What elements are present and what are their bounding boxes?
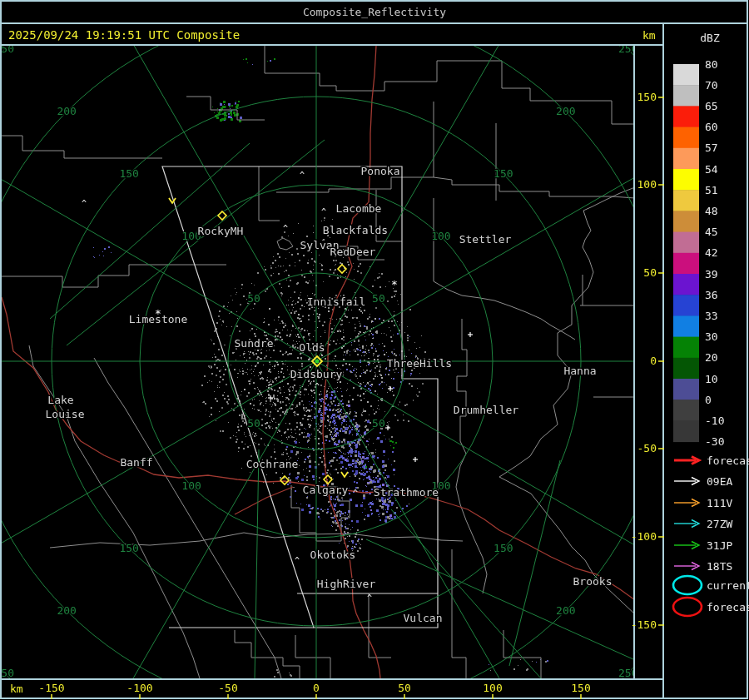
colorbar-label-51: 51 — [705, 184, 718, 196]
city-label-sundre: Sundre — [235, 337, 274, 350]
timestamp-label: 2025/09/24 19:19:51 UTC Composite — [8, 28, 240, 42]
storm-cell-diamond-2 — [280, 476, 289, 484]
ring-label-150-3: 150 — [494, 542, 513, 554]
radar-site-center-dot — [315, 360, 319, 363]
peak-caret-marker-3: ^ — [283, 224, 288, 233]
map-area: 5050505010010010010015015015015020020020… — [0, 0, 749, 700]
boundary-line-18 — [452, 549, 466, 678]
city-label-ponoka: Ponoka — [361, 165, 400, 177]
peak-caret-marker-6: ^ — [295, 556, 300, 565]
city-label-cochrane: Cochrane — [246, 458, 299, 470]
colorbar-label-20: 20 — [705, 351, 718, 364]
ring-label-50-2: 50 — [247, 417, 260, 429]
bottom-axis-unit-label: km — [10, 683, 23, 695]
colorbar-label--30: -30 — [705, 435, 724, 448]
peak-caret-marker-4: ^ — [315, 382, 320, 391]
storm-track-line-3 — [366, 539, 635, 660]
legend-label-current-6: current — [707, 579, 749, 592]
storm-track-line-4 — [255, 449, 259, 678]
city-label-brooks: Brooks — [573, 575, 613, 588]
colorbar-title: dBZ — [700, 32, 720, 44]
bottom-axis-label-100: 100 — [483, 682, 502, 694]
colorbar-label-70: 70 — [705, 79, 718, 92]
bottom-axis-label-50: 50 — [398, 682, 411, 694]
right-axis-label-150: 150 — [637, 91, 657, 103]
city-label-drumheller: Drumheller — [454, 404, 518, 416]
boundary-line-11 — [94, 358, 281, 678]
boundary-line-8 — [434, 198, 575, 340]
boundary-line-0 — [265, 46, 635, 124]
highway-line-2 — [235, 487, 293, 514]
colorbar-swatch-10 — [673, 379, 699, 400]
ring-label-200-0: 200 — [57, 105, 76, 117]
colorbar-swatch-54 — [673, 169, 699, 191]
city-label-stettler: Stettler — [459, 233, 512, 246]
city-label-highriver: HighRiver — [317, 578, 376, 590]
storm-cell-diamond-0 — [218, 211, 226, 220]
colorbar-swatch--10 — [673, 420, 699, 442]
boundary-line-20 — [369, 593, 391, 658]
colorbar-swatch-45 — [673, 232, 699, 254]
city-label-strathmore: Strathmore — [374, 486, 439, 499]
city-label-lacombe: Lacombe — [336, 202, 382, 215]
bottom-axis-label--150: -150 — [38, 682, 64, 694]
colorbar-label-48: 48 — [705, 205, 718, 217]
legend-label-27zw-3: 27ZW — [707, 518, 732, 530]
bottom-axis-label--50: -50 — [218, 682, 237, 694]
right-axis-label--100: -100 — [631, 530, 657, 543]
colorbar-label-65: 65 — [705, 100, 718, 112]
colorbar-label-33: 33 — [705, 310, 718, 322]
storm-cell-legend: forecast09EA111V27ZW31JP18TScurrentforec… — [673, 454, 749, 617]
city-labels: PonokaLacombeBlackfaldsSylvanRedDeerStet… — [46, 165, 613, 624]
ring-label-100-2: 100 — [181, 479, 201, 492]
city-label-reddeer: RedDeer — [330, 246, 376, 258]
azimuth-ray-120deg — [92, 0, 316, 361]
colorbar-swatch-33 — [673, 315, 699, 337]
boundary-line-14 — [456, 319, 487, 593]
city-label-vulcan: Vulcan — [404, 612, 443, 624]
storm-cell-diamond-3 — [324, 475, 332, 484]
right-axis-label-100: 100 — [637, 178, 657, 191]
ring-label-200-2: 200 — [57, 604, 76, 617]
ring-label-150-0: 150 — [119, 167, 138, 180]
azimuth-ray-240deg — [92, 361, 316, 700]
peak-caret-marker-5: ^ — [305, 409, 310, 418]
colorbar-swatch-57 — [673, 148, 699, 170]
colorbar-label-36: 36 — [705, 289, 718, 301]
right-axis-unit-label: km — [642, 29, 656, 42]
range-ring-250km — [0, 0, 749, 700]
city-label-okotoks: Okotoks — [310, 549, 356, 561]
city-label-olds: Olds — [299, 341, 325, 354]
city-label-threehills: ThreeHills — [387, 357, 452, 370]
colorbar-swatch-30 — [673, 337, 699, 359]
colorbar-swatch-0 — [673, 400, 699, 421]
colorbar-label-45: 45 — [705, 226, 718, 238]
city-label-louise: Louise — [46, 408, 85, 420]
ring-label-100-1: 100 — [431, 230, 450, 242]
colorbar-swatch-39 — [673, 274, 699, 295]
window-title: Composite_Reflectivity — [303, 6, 446, 18]
boundary-line-19 — [503, 630, 541, 678]
peak-caret-marker-2: ^ — [321, 207, 326, 216]
ring-label-50-3: 50 — [372, 417, 385, 429]
bottom-axis-label-0: 0 — [313, 682, 320, 694]
colorbar-swatch-51 — [673, 190, 699, 211]
asterisk-marker-0: * — [391, 278, 398, 290]
azimuth-ray-150deg — [0, 137, 316, 361]
colorbar-label-60: 60 — [705, 121, 718, 133]
right-axis-label-0: 0 — [650, 355, 657, 367]
legend-label-31jp-4: 31JP — [707, 539, 732, 552]
city-label-rockymh: RockyMH — [198, 225, 244, 237]
right-axis-label--150: -150 — [631, 618, 657, 631]
colorbar-swatch-65 — [673, 106, 699, 127]
boundary-line-6 — [2, 265, 226, 287]
boundary-line-22 — [295, 635, 330, 678]
colorbar-label-54: 54 — [705, 163, 718, 176]
bottom-axis-label--100: -100 — [126, 682, 152, 694]
city-label-hanna: Hanna — [563, 365, 596, 377]
ring-label-150-2: 150 — [119, 542, 138, 554]
range-rings — [0, 0, 749, 700]
colorbar-label-57: 57 — [705, 141, 718, 154]
peak-caret-marker-1: ^ — [300, 171, 305, 180]
boundary-line-13 — [50, 533, 463, 548]
